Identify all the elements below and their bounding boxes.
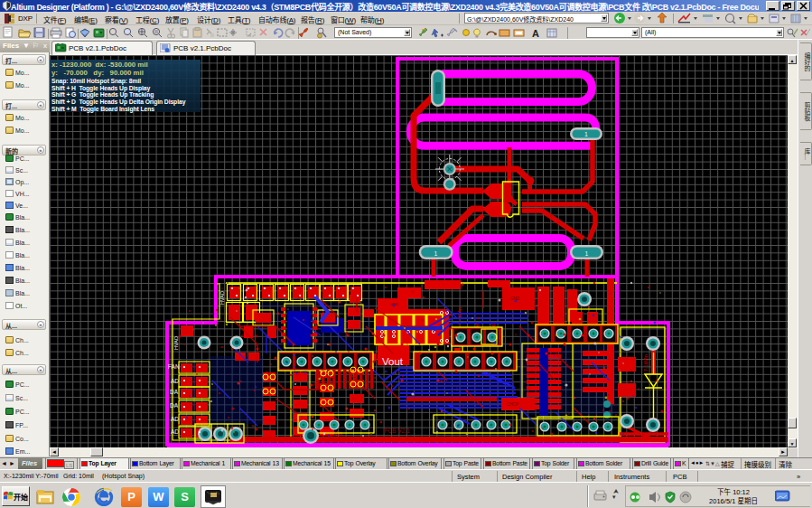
svg-text:AD: AD <box>171 378 179 384</box>
svg-text:DA: DA <box>170 389 179 395</box>
svg-text:DA: DA <box>170 402 179 409</box>
svg-text:HVAD: HVAD <box>173 336 179 350</box>
svg-text:1: 1 <box>584 131 588 137</box>
svg-text:AD: AD <box>171 416 179 422</box>
svg-text:7-16Vin: 7-16Vin <box>643 354 649 372</box>
svg-text:Vout: Vout <box>382 356 404 367</box>
svg-text:HVAD: HVAD <box>219 291 225 305</box>
svg-text:FAN: FAN <box>168 363 180 370</box>
svg-text:PCB V2.1: PCB V2.1 <box>384 428 410 434</box>
svg-text:1: 1 <box>434 250 438 257</box>
svg-text:1: 1 <box>585 250 589 257</box>
svg-text:AD: AD <box>171 428 179 435</box>
svg-text:CHOP: CHOP <box>507 402 518 407</box>
svg-text:A: A <box>532 28 539 39</box>
